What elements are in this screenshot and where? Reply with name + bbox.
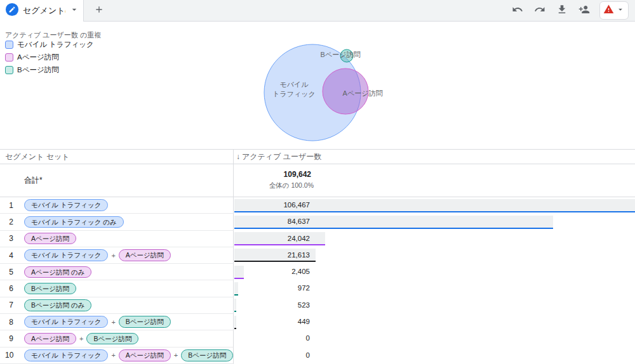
row-value: 2,405 [234, 268, 310, 275]
legend-label: モバイル トラフィック [17, 40, 94, 49]
table-row[interactable]: 6Bページ訪問972 [0, 280, 635, 297]
segment-cell: 8モバイル トラフィック+Bページ訪問 [0, 314, 234, 330]
table-row[interactable]: 3Aページ訪問24,042 [0, 231, 635, 247]
row-index: 5 [5, 268, 13, 276]
redo-icon [534, 4, 545, 18]
download-icon [556, 4, 568, 18]
person-add-icon [578, 4, 590, 18]
table-row[interactable]: 5Aページ訪問 のみ2,405 [0, 264, 635, 280]
undo-button[interactable] [511, 4, 525, 18]
segment-cell: 1モバイル トラフィック [0, 197, 234, 214]
table-row[interactable]: 1モバイル トラフィック106,467 [0, 197, 635, 214]
value-cell: 0 [234, 330, 635, 347]
download-button[interactable] [555, 4, 569, 18]
column-header-segment-set[interactable]: セグメント セット [0, 150, 234, 164]
explore-edit-icon [5, 3, 19, 19]
row-index: 1 [5, 201, 13, 210]
row-value: 106,467 [234, 201, 310, 209]
venn-label-mobile-line2: トラフィック [272, 90, 316, 98]
warning-icon [603, 4, 614, 17]
value-cell: 0 [234, 348, 635, 364]
segment-chip: Aページ訪問 [119, 249, 171, 261]
segment-cell: 4モバイル トラフィック+Aページ訪問 [0, 247, 234, 264]
venn-label-mobile-line1: モバイル [279, 81, 309, 88]
value-cell: 24,042 [234, 231, 635, 247]
row-index: 6 [5, 284, 13, 293]
plus-separator: + [111, 351, 115, 359]
warning-dropdown-button[interactable] [599, 1, 629, 20]
legend-item: モバイル トラフィック [5, 40, 94, 49]
segment-cell: 2モバイル トラフィック のみ [0, 214, 234, 230]
value-cell: 972 [234, 280, 635, 297]
segment-cell: 3Aページ訪問 [0, 231, 234, 247]
value-cell: 21,613 [234, 247, 635, 264]
legend-label: Bページ訪問 [17, 65, 59, 75]
segment-table: セグメント セット ↓ アクティブ ユーザー数 合計* 109,642 全体の … [0, 149, 635, 364]
column-header-active-users[interactable]: ↓ アクティブ ユーザー数 [234, 150, 635, 164]
total-value-cell: 109,642 全体の 100.0% [234, 164, 635, 197]
redo-button[interactable] [533, 4, 547, 18]
value-cell: 84,637 [234, 214, 635, 230]
add-tab-button[interactable] [89, 1, 109, 21]
row-value: 84,637 [234, 218, 310, 225]
row-index: 10 [5, 351, 13, 360]
segment-cell: 7Bページ訪問 のみ [0, 297, 234, 314]
share-button[interactable] [577, 4, 591, 18]
segment-chip: モバイル トラフィック [24, 349, 108, 361]
chevron-down-icon [616, 5, 625, 16]
table-row[interactable]: 9Aページ訪問+Bページ訪問0 [0, 330, 635, 347]
sort-descending-icon: ↓ [236, 152, 240, 161]
row-index: 4 [5, 251, 13, 260]
segment-chip: Bページ訪問 [24, 283, 76, 295]
value-cell: 106,467 [234, 197, 635, 214]
tab-segment-overlap[interactable]: セグメントの... [0, 0, 84, 22]
segment-chip: Aページ訪問 [24, 233, 76, 245]
total-value: 109,642 [234, 170, 311, 179]
venn-label-page-a: Aページ訪問 [343, 89, 383, 97]
table-row[interactable]: 8モバイル トラフィック+Bページ訪問449 [0, 314, 635, 330]
segment-cell: 10モバイル トラフィック+Aページ訪問+Bページ訪問 [0, 348, 234, 364]
row-index: 9 [5, 334, 13, 343]
table-rows: 1モバイル トラフィック106,4672モバイル トラフィック のみ84,637… [0, 197, 635, 364]
toolbar: セグメントの... [0, 0, 635, 22]
plus-separator: + [79, 335, 83, 342]
row-value: 972 [234, 284, 310, 292]
total-label: 合計* [0, 164, 234, 197]
segment-cell: 6Bページ訪問 [0, 280, 234, 297]
segment-chip: Bページ訪問 [119, 316, 171, 328]
value-cell: 449 [234, 314, 635, 330]
table-row[interactable]: 2モバイル トラフィック のみ84,637 [0, 214, 635, 230]
venn-diagram[interactable]: モバイル トラフィック Aページ訪問 Bページ訪問 [190, 38, 444, 146]
row-index: 8 [5, 318, 13, 327]
blue-legend-swatch [5, 41, 13, 49]
segment-chip: Aページ訪問 のみ [24, 266, 91, 278]
plus-separator: + [111, 318, 115, 326]
toolbar-actions [511, 1, 635, 20]
chevron-down-icon [69, 4, 79, 17]
segment-chip: Bページ訪問 [86, 333, 138, 345]
row-value: 0 [234, 334, 310, 342]
row-index: 3 [5, 234, 13, 243]
segment-chip: Bページ訪問 [181, 349, 233, 361]
row-value: 21,613 [234, 251, 310, 259]
segment-cell: 9Aページ訪問+Bページ訪問 [0, 330, 234, 347]
table-row[interactable]: 4モバイル トラフィック+Aページ訪問21,613 [0, 247, 635, 264]
segment-chip: モバイル トラフィック のみ [24, 216, 124, 228]
total-row: 合計* 109,642 全体の 100.0% [0, 164, 635, 197]
table-header: セグメント セット ↓ アクティブ ユーザー数 [0, 149, 635, 164]
value-cell: 2,405 [234, 264, 635, 280]
plus-separator: + [111, 252, 115, 259]
segment-chip: モバイル トラフィック [24, 249, 108, 261]
segment-chip: モバイル トラフィック [24, 199, 108, 211]
segment-chip: Bページ訪問 のみ [24, 299, 91, 311]
row-value: 24,042 [234, 235, 310, 242]
segment-cell: 5Aページ訪問 のみ [0, 264, 234, 280]
purple-legend-swatch [5, 53, 13, 62]
table-row[interactable]: 10モバイル トラフィック+Aページ訪問+Bページ訪問0 [0, 348, 635, 364]
exploration-canvas: アクティブ ユーザー数 の重複 モバイル トラフィックAページ訪問Bページ訪問 … [0, 22, 635, 364]
row-index: 7 [5, 301, 13, 309]
chart-title: アクティブ ユーザー数 の重複 [5, 30, 101, 40]
table-row[interactable]: 7Bページ訪問 のみ523 [0, 297, 635, 314]
column-header-label: アクティブ ユーザー数 [242, 152, 321, 162]
legend-label: Aページ訪問 [17, 53, 59, 62]
